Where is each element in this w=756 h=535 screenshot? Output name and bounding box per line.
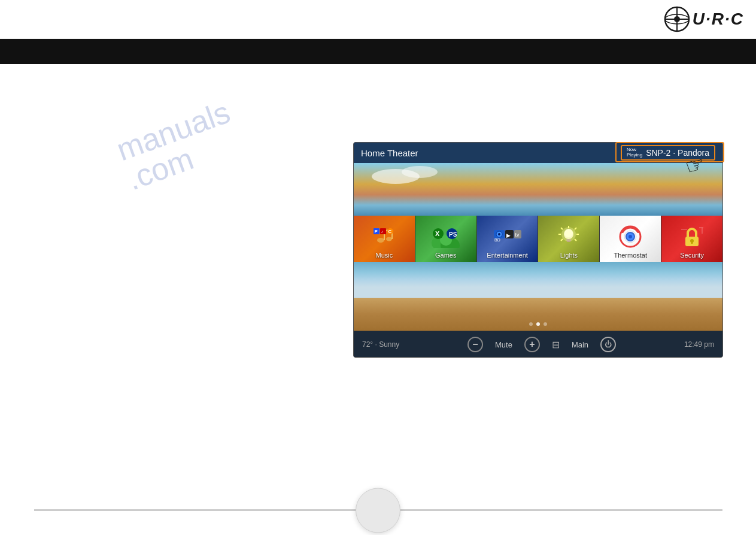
lights-graphic-icon [555, 225, 582, 249]
entertainment-icon: BD ▶ tv [493, 224, 523, 249]
thermo-graphic-icon [617, 225, 644, 249]
progress-track[interactable] [34, 509, 722, 511]
top-header: U·R·C [0, 0, 756, 39]
games-icon: X PS [431, 224, 461, 249]
svg-line-37 [575, 239, 576, 241]
main-content: manuals .com ☞ Home Theater NowPlaying S… [0, 64, 756, 535]
security-tile[interactable]: Security [661, 216, 722, 262]
thermostat-icon [615, 224, 645, 249]
svg-text:PS: PS [449, 231, 457, 238]
power-button[interactable]: ⏻ [600, 337, 616, 352]
main-label[interactable]: Main [572, 340, 588, 349]
volume-up-button[interactable]: + [524, 337, 540, 352]
source-button[interactable]: ⊟ [552, 339, 560, 350]
sc-title: Home Theater [361, 148, 418, 158]
page-dot-1 [529, 322, 533, 326]
sc-track-name: SNP-2 · Pandora [646, 148, 709, 158]
entertainment-tile[interactable]: BD ▶ tv Entertainment [477, 216, 539, 262]
nav-bar [0, 39, 756, 64]
sc-controls: − Mute + ⊟ Main ⏻ [467, 337, 616, 352]
music-icon: P ♪ C [369, 224, 399, 249]
svg-point-5 [377, 238, 384, 243]
lights-tile[interactable]: Lights [538, 216, 600, 262]
entertainment-label: Entertainment [487, 252, 527, 259]
page-dot-3 [544, 322, 547, 326]
lights-icon [554, 224, 584, 249]
security-icon [677, 224, 707, 249]
thermostat-label: Thermostat [614, 252, 647, 259]
svg-point-46 [629, 235, 632, 238]
svg-rect-42 [567, 241, 570, 242]
games-label: Games [435, 252, 456, 259]
games-graphic-icon: X PS [431, 225, 461, 248]
urc-logo: U·R·C [664, 6, 744, 32]
svg-text:▶: ▶ [506, 232, 511, 238]
ent-graphic-icon: BD ▶ tv [493, 225, 523, 248]
device-screenshot: Home Theater NowPlaying SNP-2 · Pandora [353, 142, 723, 358]
svg-text:X: X [435, 230, 440, 237]
sc-weather: 72° · Sunny [362, 340, 399, 349]
svg-point-3 [674, 16, 680, 22]
security-label: Security [680, 252, 704, 259]
music-tile[interactable]: P ♪ C Music [354, 216, 415, 262]
volume-down-button[interactable]: − [467, 337, 483, 352]
svg-line-38 [561, 228, 563, 229]
svg-text:♪: ♪ [381, 229, 383, 234]
svg-line-40 [561, 239, 563, 241]
games-tile[interactable]: X PS Games [415, 216, 477, 262]
svg-text:C: C [388, 229, 391, 234]
sc-icons-row: P ♪ C Music [354, 216, 722, 262]
thermostat-tile[interactable]: Thermostat [600, 216, 661, 262]
music-graphic-icon: P ♪ C [374, 228, 395, 245]
now-playing-button[interactable]: NowPlaying SNP-2 · Pandora [621, 145, 715, 161]
mute-label[interactable]: Mute [495, 340, 512, 349]
svg-point-7 [386, 237, 392, 241]
power-icon: ⏻ [605, 340, 612, 349]
urc-logo-icon [664, 6, 690, 32]
svg-rect-49 [691, 241, 693, 244]
logo-text: U·R·C [693, 10, 744, 29]
sc-sky-bg [354, 163, 722, 216]
svg-rect-41 [566, 239, 571, 241]
svg-point-25 [498, 233, 500, 235]
sc-control-bar: 72° · Sunny − Mute + ⊟ Main ⏻ 12:49 pm [354, 331, 722, 358]
svg-text:P: P [374, 229, 378, 234]
lights-label: Lights [560, 252, 578, 259]
progress-thumb[interactable] [356, 488, 400, 533]
security-graphic-icon [678, 225, 706, 249]
svg-text:tv: tv [515, 232, 520, 238]
sc-scenic-bg [354, 262, 722, 331]
sc-time: 12:49 pm [684, 340, 714, 349]
progress-area [0, 509, 756, 511]
svg-point-33 [564, 229, 573, 237]
now-playing-label: NowPlaying [627, 147, 642, 158]
page-indicators [529, 322, 547, 326]
page-dot-2 [536, 322, 540, 326]
svg-text:BD: BD [494, 238, 500, 242]
svg-line-35 [575, 228, 576, 229]
music-label: Music [376, 252, 393, 259]
sc-header: Home Theater NowPlaying SNP-2 · Pandora [354, 143, 722, 163]
watermark: manuals .com [112, 94, 245, 197]
